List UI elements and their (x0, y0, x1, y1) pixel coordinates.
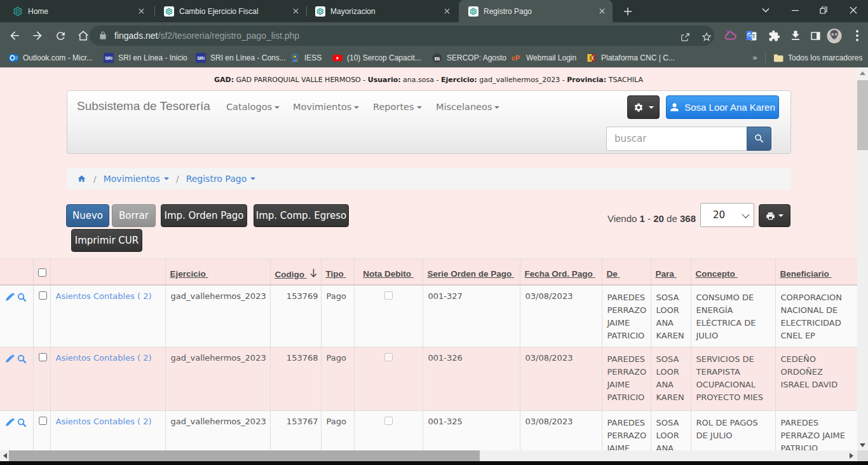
reload-icon[interactable] (53, 28, 68, 43)
navbar-brand[interactable]: Subsistema de Tesorería (77, 99, 210, 113)
bookmark-sri-inicio[interactable]: SRi SRI en Línea - Inicio (104, 48, 187, 67)
window-restore-button[interactable] (811, 0, 836, 20)
tab-close-icon[interactable] (442, 6, 452, 17)
header-tipo[interactable]: Tipo (321, 259, 354, 285)
forward-icon[interactable] (30, 28, 45, 43)
select-all-checkbox[interactable] (33, 259, 50, 285)
bookmarks-overflow-chevron[interactable]: » (750, 53, 760, 63)
breadcrumb-movimientos[interactable]: Movimientos (104, 174, 169, 184)
menu-catalogos[interactable]: Catalogos (226, 102, 280, 112)
search-button[interactable] (747, 127, 771, 151)
new-tab-button[interactable] (620, 4, 635, 19)
borrar-button[interactable]: Borrar (112, 204, 156, 227)
extensions-puzzle-icon[interactable] (766, 28, 782, 43)
caret-down-icon (778, 214, 783, 217)
scroll-up-arrow-icon[interactable] (860, 71, 865, 75)
tab-home[interactable]: Home (5, 0, 153, 22)
horizontal-scrollbar-thumb[interactable] (9, 450, 480, 461)
header-serie[interactable]: Serie Orden de Pago (423, 259, 520, 285)
usuario-value: ana.sosa - (401, 76, 441, 84)
asientos-contables-link[interactable]: Asientos Contables ( 2) (56, 291, 152, 301)
window-minimize-button[interactable] (782, 0, 808, 20)
tab-close-icon[interactable] (290, 6, 301, 17)
bookmark-sercop-agosto[interactable]: m SERCOP: Agosto (432, 48, 506, 67)
gad-value: GAD PARROQUIAL VALLE HERMOSO - (234, 76, 368, 84)
asientos-contables-link[interactable]: Asientos Contables ( 2) (56, 353, 152, 363)
back-icon[interactable] (7, 28, 22, 43)
scroll-left-arrow-icon[interactable] (3, 453, 7, 459)
header-para[interactable]: Para (651, 259, 691, 285)
url-text[interactable]: fingads.net/sf2/tesoreria/registro_pago_… (114, 31, 299, 41)
view-magnifier-icon[interactable] (17, 418, 27, 427)
outlook-icon (8, 53, 18, 63)
page-size-select[interactable]: 20 (700, 203, 754, 227)
asientos-contables-link[interactable]: Asientos Contables ( 2) (56, 417, 152, 426)
tab-title: Cambio Ejercicio Fiscal (179, 7, 259, 16)
edit-pencil-icon[interactable] (5, 418, 15, 427)
downloads-icon[interactable] (788, 28, 803, 43)
cell-para: SOSA LOOR ANA KAREN (651, 347, 691, 410)
vertical-scrollbar-thumb[interactable] (857, 80, 868, 150)
tab-search-chevron-icon[interactable] (753, 0, 778, 20)
bookmark-plataforma-cnc[interactable]: Plataforma CNC | C... (587, 48, 675, 67)
row-checkbox[interactable] (33, 347, 50, 410)
print-menu-button[interactable] (759, 204, 790, 227)
bookmark-all-bookmarks[interactable]: Todos los marcadores (773, 48, 862, 67)
home-icon[interactable] (76, 28, 91, 43)
horizontal-scrollbar[interactable] (0, 450, 857, 461)
edit-pencil-icon[interactable] (5, 354, 15, 364)
user-name-label: Sosa Loor Ana Karen (684, 102, 775, 113)
imp-comp-egreso-button[interactable]: Imp. Comp. Egreso (254, 204, 349, 227)
tab-close-icon[interactable] (597, 6, 607, 17)
bookmark-webmail[interactable]: cP Webmail Login (512, 48, 576, 67)
row-checkbox[interactable] (33, 285, 50, 347)
header-de[interactable]: De (602, 259, 651, 285)
imprimir-cur-button[interactable]: Imprimir CUR (71, 229, 142, 252)
menu-movimientos[interactable]: Movimientos (293, 102, 359, 112)
svg-text:cP: cP (512, 54, 520, 62)
nuevo-button[interactable]: Nuevo (66, 204, 109, 227)
tab-mayorizacion[interactable]: Mayorizacion (309, 0, 455, 22)
scroll-down-arrow-icon[interactable] (860, 443, 865, 447)
profile-avatar[interactable] (827, 28, 842, 43)
header-beneficiario[interactable]: Beneficiario (775, 259, 857, 285)
share-icon[interactable] (677, 29, 693, 45)
browser-menu-dots-icon[interactable] (850, 28, 865, 43)
window-close-button[interactable] (841, 0, 866, 20)
bookmark-iess[interactable]: IESS (290, 48, 322, 67)
side-panel-icon[interactable] (808, 28, 823, 43)
menu-reportes[interactable]: Reportes (373, 102, 422, 112)
tab-close-icon[interactable] (136, 6, 146, 17)
edit-pencil-icon[interactable] (5, 293, 15, 302)
header-concepto[interactable]: Concepto (691, 259, 775, 285)
bookmark-outlook[interactable]: Outlook.com - Micr... (8, 48, 93, 67)
settings-gear-button[interactable] (627, 95, 660, 119)
bookmark-sercop-youtube[interactable]: (10) Sercop Capacit... (332, 48, 421, 67)
breadcrumb-home[interactable] (77, 174, 86, 183)
imp-orden-pago-button[interactable]: Imp. Orden Pago (161, 204, 247, 227)
cloud-extension-icon[interactable] (723, 28, 738, 43)
navbar: Subsistema de Tesorería Catalogos Movimi… (67, 90, 791, 154)
cell-codigo: 153769 (270, 285, 321, 347)
menu-miscelaneos[interactable]: Miscelaneos (436, 102, 499, 112)
breadcrumb-registro-pago[interactable]: Registro Pago (186, 174, 256, 184)
header-ejercicio[interactable]: Ejercicio (165, 259, 270, 285)
scroll-right-arrow-icon[interactable] (850, 453, 853, 459)
view-magnifier-icon[interactable] (17, 293, 27, 302)
bookmarks-separator (765, 53, 766, 63)
tab-title: Home (28, 7, 48, 16)
search-input[interactable] (607, 127, 747, 150)
header-codigo[interactable]: Codigo (270, 259, 321, 285)
user-menu-button[interactable]: Sosa Loor Ana Karen (666, 95, 779, 119)
cell-tipo: Pago (321, 347, 354, 410)
header-nota-debito[interactable]: Nota Debito (354, 259, 423, 285)
vertical-scrollbar[interactable] (857, 67, 868, 450)
tab-cambio-ejercicio[interactable]: Cambio Ejercicio Fiscal (158, 0, 304, 22)
view-magnifier-icon[interactable] (17, 354, 27, 364)
bookmark-star-icon[interactable] (699, 29, 714, 45)
translate-extension-icon[interactable] (743, 28, 759, 43)
tab-registro-pago-active[interactable]: Registro Pago (459, 0, 613, 22)
bookmark-sri-consultas[interactable]: SRi SRI en Línea - Cons... (196, 48, 286, 67)
address-bar[interactable]: fingads.net/sf2/tesoreria/registro_pago_… (90, 25, 714, 46)
header-fecha[interactable]: Fecha Ord. Pago (520, 259, 602, 285)
